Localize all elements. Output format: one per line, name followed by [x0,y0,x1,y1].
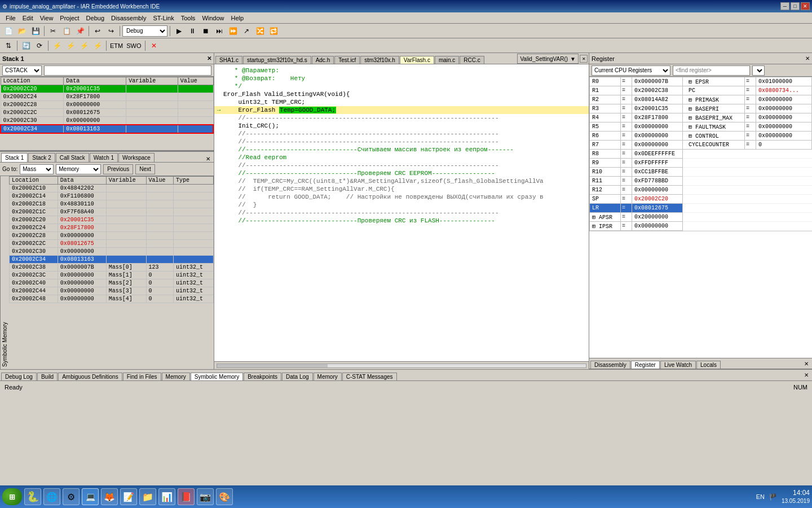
debug-btn6[interactable]: ↗ [240,25,253,37]
taskbar-code-icon[interactable]: 💻 [82,488,99,505]
copy-btn[interactable]: 📋 [60,25,73,37]
code-tab-main[interactable]: main.c [435,56,459,64]
code-scrollbar[interactable] [217,364,586,368]
tab-memory2[interactable]: Memory [314,373,342,380]
menu-window[interactable]: Window [198,14,227,23]
tab-disassembly[interactable]: Disassembly [590,361,630,369]
register-close[interactable]: ✕ [805,55,810,62]
taskbar-sublimetext-icon[interactable]: 📝 [120,488,137,505]
menu-project[interactable]: Project [56,14,82,23]
goto-select[interactable]: Mass [20,164,54,174]
reg-equals2: = [745,132,756,141]
tab-build[interactable]: Build [37,373,58,380]
taskbar-chart-icon[interactable]: 📊 [158,488,175,505]
debug-btn8[interactable]: 🔁 [267,25,280,37]
tab-cstat[interactable]: C-STAT Messages [342,373,397,380]
menu-debug[interactable]: Debug [83,14,108,23]
toolbar2-btn3[interactable]: ⟳ [33,40,46,52]
toolbar2-btn5[interactable]: ⚡ [64,40,77,52]
taskbar-pdf-icon[interactable]: 📕 [178,488,195,505]
memory-type-dropdown[interactable]: Memory [56,164,101,174]
cpu-registers-select[interactable]: Current CPU Registers [592,65,670,76]
stack-select[interactable]: CSTACK [2,65,42,76]
tab-stack1[interactable]: Stack 1 [1,153,28,162]
register-format-select[interactable] [752,65,765,76]
tab-workspace[interactable]: Workspace [118,153,155,162]
menu-tools[interactable]: Tools [178,14,199,23]
toolbar2-btn2[interactable]: 🔄 [20,40,32,52]
tab-find-in-files[interactable]: Find in Files [123,373,161,380]
tab-watch1[interactable]: Watch 1 [90,153,118,162]
minimize-button[interactable]: ─ [780,2,789,10]
stop-btn[interactable]: ✕ [148,40,160,52]
tab-callstack[interactable]: Call Stack [56,153,89,162]
toolbar2-btn7[interactable]: ⚡ [91,40,104,52]
debug-btn1[interactable]: ▶ [173,25,185,37]
tab-stack2[interactable]: Stack 2 [28,153,55,162]
stack-search-input[interactable] [44,65,211,76]
tab-breakpoints[interactable]: Breakpoints [244,373,281,380]
debug-btn7[interactable]: 🔀 [254,25,266,37]
next-button[interactable]: Next [135,164,155,174]
previous-button[interactable]: Previous [103,164,133,174]
code-tab-sha1[interactable]: SHA1.c [215,56,242,64]
code-tab-stm32[interactable]: stm32f10x.h [360,56,399,64]
tab-symbolic-memory[interactable]: Symbolic Memory [191,373,243,380]
menu-disassembly[interactable]: Disassembly [108,14,149,23]
redo-btn[interactable]: ↪ [105,25,117,37]
taskbar-settings-icon[interactable]: ⚙ [63,488,80,505]
save-btn[interactable]: 💾 [29,25,42,37]
taskbar-network-icon[interactable]: 🌐 [43,488,60,505]
menu-stlink[interactable]: ST-Link [149,14,177,23]
paste-btn[interactable]: 📌 [74,25,86,37]
taskbar-paint-icon[interactable]: 🎨 [216,488,233,505]
tab-livewatch[interactable]: Live Watch [660,361,696,369]
open-btn[interactable]: 📂 [16,25,28,37]
find-register-input[interactable] [673,65,750,76]
tab-memory[interactable]: Memory [162,373,190,380]
memory-table: Location Data Variable Value Type 0x2000… [9,176,214,303]
tab-locals[interactable]: Locals [696,361,721,369]
func-dropdown-icon[interactable]: ▼ [570,56,576,62]
panel-close-btn[interactable]: ✕ [204,156,213,162]
tab-data-log[interactable]: Data Log [282,373,313,380]
debug-btn5[interactable]: ⏩ [227,25,239,37]
config-dropdown[interactable]: Debug [122,25,167,37]
code-tab-startup[interactable]: startup_stm32f10x_hd.s [243,56,311,64]
debug-btn3[interactable]: ⏹ [200,25,212,37]
code-editor[interactable]: * @Параметр: * @Возврат: Нету */ Eror_Fl… [214,64,589,361]
menu-edit[interactable]: Edit [19,14,37,23]
taskbar-firefox-icon[interactable]: 🦊 [101,488,118,505]
symbolic-memory-label[interactable]: Symbolic Memory [0,176,9,369]
undo-btn[interactable]: ↩ [91,25,104,37]
new-file-btn[interactable]: 📄 [2,25,15,37]
toolbar2-btn6[interactable]: ⚡ [78,40,90,52]
bottom-panel-close[interactable]: ✕ [802,372,811,378]
taskbar-folder-icon[interactable]: 📁 [139,488,156,505]
start-button[interactable]: ⊞ [2,488,22,505]
stack1-close[interactable]: ✕ [207,55,211,62]
line-marker [214,114,223,122]
cut-btn[interactable]: ✂ [47,25,59,37]
close-button[interactable]: ✕ [801,2,810,10]
code-tab-varflash[interactable]: VarFlash.c [400,56,434,64]
debug-btn4[interactable]: ⏭ [213,25,226,37]
debug-btn2[interactable]: ⏸ [186,25,198,37]
code-tab-test[interactable]: Test.icf [334,56,360,64]
toolbar2-btn4[interactable]: ⚡ [51,40,63,52]
code-tab-adc[interactable]: Adc.h [312,56,334,64]
close-panel-btn[interactable]: ✕ [580,55,588,63]
tab-debug-log[interactable]: Debug Log [1,373,37,380]
menu-help[interactable]: Help [228,14,248,23]
taskbar-python-icon[interactable]: 🐍 [24,488,41,505]
tab-register[interactable]: Register [631,361,660,369]
reg-name2: ⊞ CONTROL [683,132,745,141]
code-tab-rcc[interactable]: RCC.c [460,56,484,64]
toolbar2-btn1[interactable]: ⇅ [2,40,15,52]
menu-file[interactable]: File [2,14,19,23]
menu-view[interactable]: View [37,14,57,23]
reg-panel-close[interactable]: ✕ [802,361,811,367]
maximize-button[interactable]: □ [791,2,800,10]
taskbar-cam-icon[interactable]: 📷 [197,488,214,505]
tab-ambiguous[interactable]: Ambiguous Definitions [58,373,122,380]
